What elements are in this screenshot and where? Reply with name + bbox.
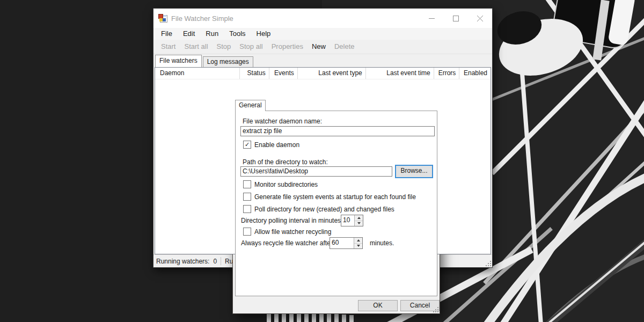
toolbar-delete[interactable]: Delete — [330, 40, 359, 54]
poll-directory-checkbox[interactable]: Poll directory for new (created) and cha… — [243, 205, 394, 213]
monitor-subdirectories-label: Monitor subdirectories — [254, 181, 318, 188]
column-status[interactable]: Status — [240, 68, 269, 79]
spin-down-button[interactable] — [354, 243, 362, 249]
allow-recycling-checkbox[interactable]: Allow file watcher recycling — [243, 228, 331, 236]
column-last-event-time[interactable]: Last event time — [366, 68, 434, 79]
menu-tools[interactable]: Tools — [224, 28, 251, 40]
column-enabled[interactable]: Enabled — [459, 68, 491, 79]
toolbar-stop[interactable]: Stop — [213, 40, 236, 54]
recycle-after-spinner[interactable]: 60 — [330, 237, 363, 249]
spin-down-icon — [357, 222, 361, 224]
path-input[interactable]: C:\Users\fatiw\Desktop — [240, 166, 392, 177]
menu-edit[interactable]: Edit — [178, 28, 200, 40]
toolbar-start[interactable]: Start — [157, 40, 180, 54]
general-tab-page: File watcher daemon name: extract zip fi… — [235, 111, 437, 296]
maximize-button[interactable] — [444, 9, 468, 28]
allow-recycling-label: Allow file watcher recycling — [254, 228, 331, 236]
minimize-button[interactable] — [420, 9, 444, 28]
column-errors[interactable]: Errors — [434, 68, 460, 79]
column-daemon[interactable]: Daemon — [155, 68, 240, 79]
tab-general[interactable]: General — [235, 100, 266, 111]
app-icon — [158, 14, 167, 23]
polling-interval-label: Directory polling interval in minutes: — [241, 217, 342, 224]
tab-file-watchers[interactable]: File watchers — [155, 55, 202, 67]
spin-up-icon — [357, 217, 361, 219]
browse-button[interactable]: Browse... — [395, 165, 433, 178]
checkbox-unchecked[interactable] — [243, 228, 251, 236]
dialog-resize-grip[interactable] — [431, 305, 438, 312]
toolbar-stop-all[interactable]: Stop all — [235, 40, 267, 54]
checkbox-checked-icon[interactable]: ✓ — [243, 141, 251, 149]
spin-down-icon — [357, 245, 360, 247]
toolbar-properties[interactable]: Properties — [267, 40, 308, 54]
ok-button[interactable]: OK — [358, 300, 398, 311]
window-title: File Watcher Simple — [171, 14, 233, 23]
enable-daemon-checkbox[interactable]: ✓ Enable daemon — [243, 141, 299, 149]
main-tab-strip: File watchers Log messages — [153, 54, 492, 67]
titlebar[interactable]: File Watcher Simple — [153, 9, 492, 28]
generate-events-checkbox[interactable]: Generate file system events at startup f… — [243, 193, 416, 201]
properties-dialog: Properties General File system events Fi… — [232, 80, 440, 314]
list-header: Daemon Status Events Last event type Las… — [155, 68, 491, 79]
recycle-after-label: Always recycle file watcher after — [241, 239, 333, 247]
close-button[interactable] — [468, 9, 492, 28]
polling-interval-spinner[interactable]: 10 — [341, 215, 363, 226]
checkbox-unchecked[interactable] — [243, 193, 251, 201]
column-last-event-type[interactable]: Last event type — [298, 68, 366, 79]
running-watchers-label: Running watchers: — [156, 258, 209, 265]
spin-up-button[interactable] — [355, 215, 363, 221]
resize-grip[interactable] — [484, 259, 491, 266]
menu-run[interactable]: Run — [200, 28, 224, 40]
spin-down-button[interactable] — [355, 221, 363, 226]
enable-daemon-label: Enable daemon — [254, 141, 299, 149]
daemon-name-label: File watcher daemon name: — [243, 118, 322, 125]
status-separator — [221, 257, 221, 265]
generate-events-label: Generate file system events at startup f… — [254, 193, 416, 201]
poll-directory-label: Poll directory for new (created) and cha… — [254, 206, 394, 213]
running-watchers-value: 0 — [213, 258, 217, 265]
spin-up-button[interactable] — [354, 238, 362, 243]
spin-up-icon — [357, 239, 360, 241]
menu-help[interactable]: Help — [251, 28, 276, 40]
menu-bar: File Edit Run Tools Help — [153, 28, 492, 40]
polling-interval-value[interactable]: 10 — [341, 215, 354, 226]
toolbar: Start Start all Stop Stop all Properties… — [153, 40, 492, 54]
toolbar-start-all[interactable]: Start all — [180, 40, 212, 54]
checkbox-unchecked[interactable] — [243, 180, 251, 188]
recycle-after-suffix: minutes. — [370, 239, 394, 247]
checkbox-unchecked[interactable] — [243, 205, 251, 213]
daemon-name-input[interactable]: extract zip file — [240, 126, 435, 136]
column-events[interactable]: Events — [269, 68, 298, 79]
tab-log-messages[interactable]: Log messages — [203, 56, 253, 67]
monitor-subdirectories-checkbox[interactable]: Monitor subdirectories — [243, 180, 318, 188]
menu-file[interactable]: File — [156, 28, 178, 40]
recycle-after-value[interactable]: 60 — [330, 238, 354, 248]
path-label: Path of the directory to watch: — [243, 158, 328, 166]
toolbar-new[interactable]: New — [308, 40, 330, 54]
